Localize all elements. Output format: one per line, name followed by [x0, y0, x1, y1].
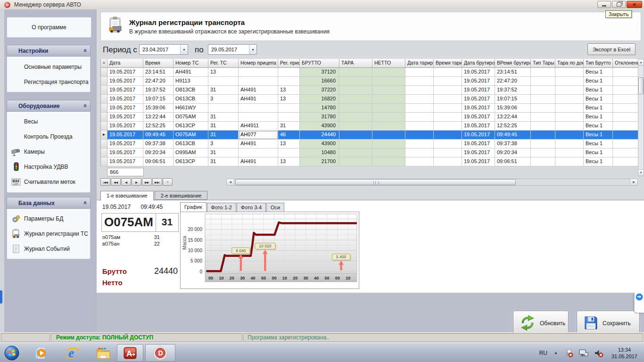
chart-tab-2[interactable]: Фото 1-2 — [207, 203, 236, 212]
start-button[interactable] — [4, 345, 20, 361]
column-header[interactable]: Номер прицепа — [239, 59, 278, 68]
column-header[interactable]: Номер ТС — [173, 59, 208, 68]
row-menu-icon[interactable]: ≡ — [101, 59, 107, 68]
row-indicator — [101, 157, 107, 166]
column-header[interactable]: ВРемя брутиро — [495, 59, 531, 68]
column-header[interactable]: БРУТТО — [300, 59, 339, 68]
sidebar-item-udvv-settings[interactable]: Настройка УДВВ — [7, 159, 90, 174]
table-cell: Весы 1 — [584, 86, 613, 95]
sidebar-item-db-params[interactable]: Параметры БД — [7, 211, 90, 226]
table-row[interactable]: 19.05.201709:37:38О613СВ3АН491134390019.… — [101, 140, 638, 148]
minimize-button[interactable] — [597, 1, 611, 8]
pager-cancel-button[interactable]: × — [163, 178, 173, 186]
tab-first-weighing[interactable]: 1-е взвешивание — [100, 191, 154, 201]
table-vertical-scrollbar[interactable]: ▲ ▼ — [638, 59, 644, 176]
column-header[interactable]: Тип Тары — [531, 59, 555, 68]
column-header[interactable]: Дата тарир — [405, 59, 434, 68]
sidebar-group-database[interactable]: База данных » — [7, 197, 91, 209]
table-cell: 12:52:25 — [495, 122, 531, 131]
sidebar-group-equipment[interactable]: Оборудование » — [7, 100, 91, 112]
table-cell — [434, 148, 462, 157]
internet-explorer-icon[interactable]: e — [65, 345, 81, 361]
table-cell — [372, 86, 405, 95]
column-header[interactable]: Отклонение — [613, 59, 638, 68]
chart-tab-4[interactable]: Оси — [266, 203, 284, 212]
pager-prev-button[interactable]: ◀ — [121, 178, 131, 186]
action-center-flag-icon[interactable] — [564, 348, 574, 358]
chevron-down-icon[interactable]: ▼ — [180, 45, 188, 54]
pager-next-button[interactable]: ▶ — [132, 178, 141, 186]
restore-button[interactable] — [612, 1, 626, 8]
sidebar-item-passage-control[interactable]: Контроль Проезда — [7, 129, 90, 144]
table-cell: 09:49:45 — [495, 131, 531, 140]
sidebar-item-tag-readers[interactable]: 1234 Считыватели меток — [7, 174, 90, 189]
column-header[interactable]: Рег. ТС — [208, 59, 239, 68]
file-explorer-icon[interactable] — [95, 345, 111, 361]
table-row[interactable]: 19.05.201709:20:34О995АМ311048019.05.201… — [101, 148, 638, 157]
chart-tab-3[interactable]: Фото 3-4 — [237, 203, 266, 212]
table-row[interactable]: 19.05.201719:37:52О813СВ31АН491133722019… — [101, 86, 638, 95]
taskbar-app-a[interactable]: A — [117, 344, 143, 362]
table-row[interactable]: 19.05.201713:22:44О075АМ313178019.05.201… — [101, 113, 638, 122]
column-header[interactable]: Время тари — [434, 59, 462, 68]
pager-last-button[interactable]: ▶▶| — [152, 178, 162, 186]
pager-prev-page-button[interactable]: ◀◀ — [111, 178, 121, 186]
column-header[interactable]: Тара по док — [555, 59, 584, 68]
table-row[interactable]: 19.05.201712:52:25О613СР31АН491131439001… — [101, 122, 638, 131]
scroll-right-icon[interactable]: ▶ — [630, 179, 637, 185]
table-row[interactable]: 19.05.201723:14:51АН491133712019.05.2017… — [101, 68, 638, 77]
table-cell — [278, 77, 300, 86]
table-horizontal-scrollbar[interactable]: ◀ ▶ — [226, 179, 638, 186]
scrollbar-thumb[interactable] — [235, 179, 516, 185]
taskbar-clock[interactable]: 13:34 31.05.2017 — [611, 346, 637, 360]
column-header[interactable]: Дата — [107, 59, 143, 68]
media-player-icon[interactable] — [33, 345, 49, 361]
scroll-up-icon[interactable]: ▲ — [638, 59, 644, 66]
sidebar-item-transport-registration[interactable]: Регистрация транспорта — [7, 74, 90, 90]
page-header: Журнал регистрации транспорта В журнале … — [100, 12, 641, 41]
column-header[interactable]: Рег. приц — [278, 59, 300, 68]
language-indicator[interactable]: RU — [539, 350, 547, 356]
table-cell: 19.05.2017 — [107, 95, 143, 104]
tray-expand-icon[interactable]: ▲ — [554, 351, 558, 355]
network-icon[interactable] — [578, 348, 589, 358]
sidebar-item-main-params[interactable]: Основные параметры — [7, 59, 90, 74]
tab-second-weighing[interactable]: 2-е взвешивание — [155, 191, 208, 200]
sidebar-item-event-journal[interactable]: Журнал Событий — [7, 241, 90, 256]
remote-access-icon — [636, 293, 643, 301]
table-row[interactable]: 19.05.201722:47:20Н91131666019.05.201722… — [101, 77, 638, 86]
table-row[interactable]: 19.05.201709:06:51О613СР31АН491132170019… — [101, 157, 638, 166]
remote-access-tab[interactable] — [634, 291, 644, 313]
column-header[interactable]: ТАРА — [339, 59, 372, 68]
close-button[interactable]: ✕ — [627, 1, 642, 8]
table-header-row: ≡ДатаВремяНомер ТСРег. ТСНомер прицепаРе… — [101, 59, 638, 68]
edge-panel-handle[interactable] — [0, 290, 2, 304]
export-excel-button[interactable]: Экспорт в Excel — [587, 43, 636, 55]
pager-next-page-button[interactable]: ▶▶ — [142, 178, 152, 186]
chart-tab-1[interactable]: График — [180, 202, 206, 212]
svg-text:20 000: 20 000 — [188, 227, 202, 232]
scrollbar-thumb[interactable] — [638, 77, 644, 94]
pager-first-button[interactable]: |◀◀ — [100, 178, 110, 186]
scroll-left-icon[interactable]: ◀ — [227, 179, 234, 185]
table-cell — [372, 113, 405, 122]
sidebar-group-settings[interactable]: Настройки » — [7, 45, 91, 57]
column-header[interactable]: Тип Брутто — [584, 59, 613, 68]
sidebar-item-scales[interactable]: Весы — [7, 114, 90, 129]
column-header[interactable]: НЕТТО — [372, 59, 405, 68]
sidebar-item-about[interactable]: О программе — [7, 17, 91, 38]
taskbar-app-d[interactable]: D — [145, 344, 175, 362]
period-from-picker[interactable]: 23.04.2017 ▼ — [139, 44, 188, 55]
table-row[interactable]: 19.05.201719:07:15О613СВ3АН491131682019.… — [101, 95, 638, 104]
table-cell — [555, 131, 584, 140]
period-to-picker[interactable]: 29.05.2017 ▼ — [208, 44, 257, 55]
sidebar-item-cameras[interactable]: Камеры — [7, 144, 90, 159]
scroll-down-icon[interactable]: ▼ — [638, 169, 644, 176]
sidebar-item-vehicle-journal[interactable]: Журнал регистрации ТС — [7, 226, 90, 241]
column-header[interactable]: Дата брутиро — [462, 59, 495, 68]
column-header[interactable]: Время — [143, 59, 173, 68]
table-row[interactable]: ►19.05.201709:49:45О075АМ31АН07746244401… — [101, 131, 638, 140]
table-row[interactable]: 19.05.201715:39:06Н661WУ1478019.05.20171… — [101, 104, 638, 113]
volume-muted-icon[interactable] — [594, 348, 604, 358]
chevron-down-icon[interactable]: ▼ — [249, 45, 256, 54]
